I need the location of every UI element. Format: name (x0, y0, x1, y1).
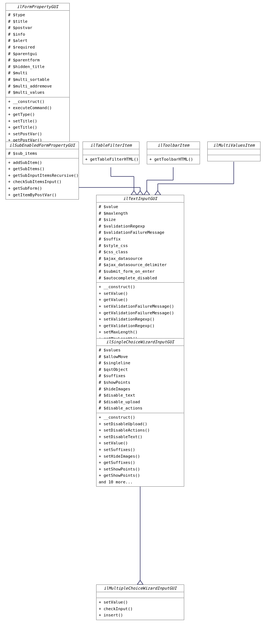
box-attrs-ilSingleChoiceWizardInputGUI: # $values # $allowMove # $singleline # $… (97, 346, 184, 413)
box-attrs-ilMultipleChoiceWizardInputGUI (97, 592, 184, 598)
box-methods-ilMultiValuesItem (208, 155, 260, 161)
box-ilSubEnabledFormPropertyGUI: ilSubEnabledFormPropertyGUI # $sub_items… (6, 142, 79, 200)
box-methods-ilTableFilterItem: + getTableFilterHTML() (83, 155, 139, 164)
box-methods-ilSingleChoiceWizardInputGUI: + __construct() + setDisableUpload() + s… (97, 413, 184, 487)
diagram-container: ilFormPropertyGUI # $type # $title # $po… (0, 0, 273, 644)
box-title-ilTextInputGUI: ilTextInputGUI (97, 195, 184, 203)
box-title-ilSingleChoiceWizardInputGUI: ilSingleChoiceWizardInputGUI (97, 339, 184, 346)
box-attrs-ilTextInputGUI: # $value # $maxlength # $size # $validat… (97, 203, 184, 283)
box-title-ilMultiValuesItem: ilMultiValuesItem (208, 142, 260, 149)
box-attrs-ilFormPropertyGUI: # $type # $title # $postvar # $info # $a… (6, 11, 69, 97)
box-ilTextInputGUI: ilTextInputGUI # $value # $maxlength # $… (96, 195, 184, 357)
svg-marker-17 (144, 191, 150, 195)
box-ilMultiValuesItem: ilMultiValuesItem (207, 142, 261, 161)
svg-marker-9 (137, 191, 143, 195)
box-title-ilToolbarItem: ilToolbarItem (147, 142, 200, 149)
box-ilSingleChoiceWizardInputGUI: ilSingleChoiceWizardInputGUI # $values #… (96, 338, 184, 487)
box-title-ilTableFilterItem: ilTableFilterItem (83, 142, 139, 149)
box-title-ilMultipleChoiceWizardInputGUI: ilMultipleChoiceWizardInputGUI (97, 585, 184, 592)
box-attrs-ilSubEnabledFormPropertyGUI: # $sub_items (6, 149, 79, 158)
box-methods-ilSubEnabledFormPropertyGUI: + addSubItem() + getSubItems() + getSubI… (6, 158, 79, 200)
box-title-ilFormPropertyGUI: ilFormPropertyGUI (6, 3, 69, 11)
svg-marker-13 (131, 191, 137, 195)
box-ilToolbarItem: ilToolbarItem + getToolbarHTML() (147, 142, 200, 164)
box-attrs-ilToolbarItem (147, 149, 200, 155)
box-methods-ilToolbarItem: + getToolbarHTML() (147, 155, 200, 164)
box-title-ilSubEnabledFormPropertyGUI: ilSubEnabledFormPropertyGUI (6, 142, 79, 149)
box-ilTableFilterItem: ilTableFilterItem + getTableFilterHTML() (83, 142, 139, 164)
svg-marker-21 (155, 191, 161, 195)
box-ilMultipleChoiceWizardInputGUI: ilMultipleChoiceWizardInputGUI + setValu… (96, 584, 184, 620)
box-attrs-ilTableFilterItem (83, 149, 139, 155)
box-methods-ilMultipleChoiceWizardInputGUI: + setValue() + checkInput() + insert() (97, 598, 184, 620)
box-attrs-ilMultiValuesItem (208, 149, 260, 155)
svg-marker-25 (137, 580, 143, 584)
